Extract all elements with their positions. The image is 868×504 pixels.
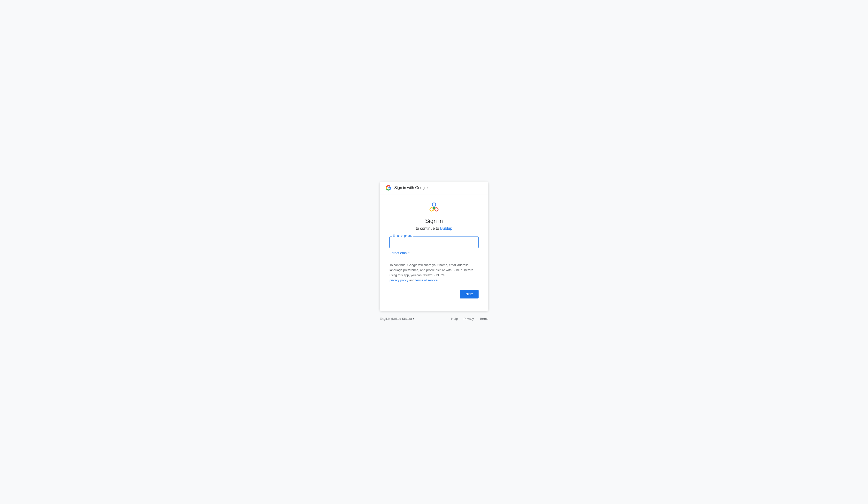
privacy-link[interactable]: Privacy [464,317,474,321]
svg-point-3 [433,207,435,209]
signin-title: Sign in [425,218,443,224]
svg-point-0 [432,203,436,206]
footer-links: Help Privacy Terms [451,317,488,321]
card-body: Sign in to continue to Bublup Email or p… [380,195,488,311]
forgot-email-link[interactable]: Forgot email? [390,251,410,255]
subtitle-prefix: to continue to [416,226,440,230]
language-selector[interactable]: English (United States) ▾ [380,317,414,321]
email-input[interactable] [390,237,478,248]
language-label: English (United States) [380,317,412,321]
app-name-link[interactable]: Bublup [440,226,452,230]
header-title: Sign in with Google [394,186,428,190]
help-link[interactable]: Help [451,317,458,321]
email-input-container: Email or phone [390,237,478,248]
terms-link[interactable]: Terms [480,317,488,321]
page-wrapper: Sign in with Google Sign in to continue … [0,177,868,327]
privacy-notice-text: To continue, Google will share your name… [390,263,473,277]
svg-point-2 [435,208,438,211]
chevron-down-icon: ▾ [413,317,414,320]
google-logo-icon [385,185,391,191]
signin-card: Sign in with Google Sign in to continue … [380,181,488,311]
email-label: Email or phone [392,234,413,238]
card-header: Sign in with Google [380,181,488,195]
signin-subtitle: to continue to Bublup [416,226,452,231]
next-button[interactable]: Next [460,290,478,298]
page-footer: English (United States) ▾ Help Privacy T… [380,315,488,323]
period: . [438,279,438,282]
terms-of-service-link[interactable]: terms of service [415,279,438,282]
privacy-policy-link[interactable]: privacy policy [390,279,408,282]
privacy-notice: To continue, Google will share your name… [390,263,478,283]
and-text: and [408,279,415,282]
svg-point-4 [433,210,434,212]
app-logo-icon [428,202,440,214]
card-footer: Next [390,290,478,304]
